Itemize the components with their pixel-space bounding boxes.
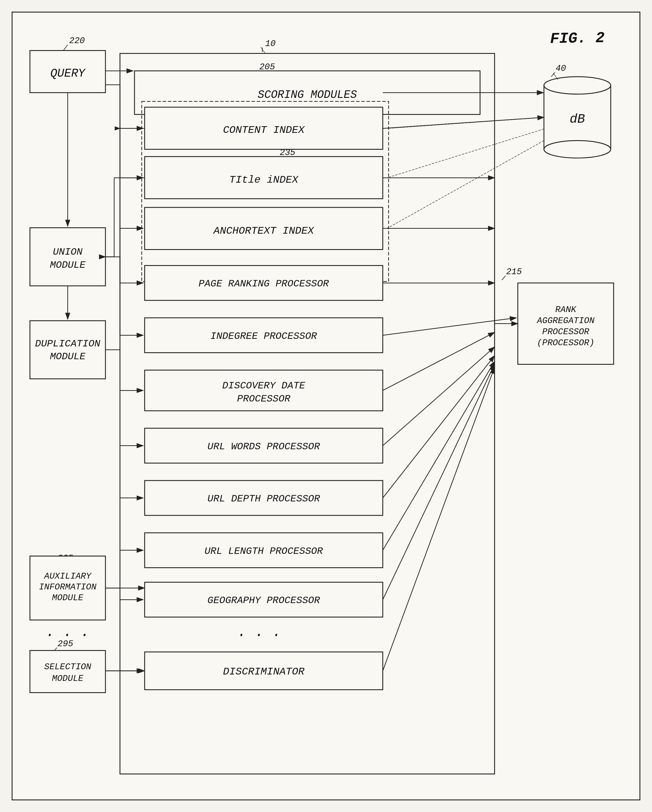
- svg-line-23: [236, 335, 240, 340]
- figure-label: FIG. 2: [550, 29, 605, 47]
- svg-text:250: 250: [73, 229, 89, 239]
- svg-rect-44: [120, 53, 495, 774]
- svg-text:URL DEPTH PROCESSOR: URL DEPTH PROCESSOR: [207, 493, 320, 504]
- svg-text:GEOGRAPHY PROCESSOR: GEOGRAPHY PROCESSOR: [207, 595, 320, 606]
- svg-text:210: 210: [73, 319, 89, 329]
- svg-rect-61: [145, 428, 383, 463]
- svg-text:240: 240: [229, 181, 245, 191]
- svg-text:AGGREGATION: AGGREGATION: [536, 316, 594, 326]
- svg-text:40: 40: [556, 64, 566, 73]
- svg-text:MODULE: MODULE: [52, 674, 84, 684]
- svg-text:220: 220: [69, 36, 85, 46]
- svg-rect-84: [30, 650, 105, 693]
- svg-line-29: [236, 491, 240, 495]
- svg-line-33: [236, 592, 240, 597]
- svg-line-126: [382, 367, 495, 671]
- svg-line-131: [387, 141, 544, 228]
- svg-rect-65: [145, 533, 383, 568]
- svg-line-125: [382, 364, 495, 600]
- svg-text:245: 245: [233, 229, 249, 239]
- svg-rect-80: [30, 556, 105, 620]
- svg-line-41: [53, 648, 57, 652]
- svg-text:270: 270: [241, 430, 256, 440]
- svg-text:205: 205: [259, 62, 275, 72]
- svg-line-5: [64, 44, 68, 50]
- svg-text:290: 290: [241, 652, 256, 662]
- svg-text:280: 280: [241, 534, 256, 544]
- svg-line-13: [224, 190, 228, 194]
- svg-text:295: 295: [58, 639, 73, 649]
- svg-line-116: [382, 118, 544, 128]
- svg-text:(PROCESSOR): (PROCESSOR): [537, 338, 594, 348]
- svg-text:. . .: . . .: [238, 624, 281, 640]
- svg-line-31: [236, 543, 240, 548]
- svg-rect-48: [145, 107, 383, 150]
- svg-text:235: 235: [280, 148, 295, 158]
- svg-text:CONTENT INDEX: CONTENT INDEX: [223, 124, 305, 136]
- svg-line-9: [336, 100, 340, 104]
- svg-text:UNION: UNION: [53, 246, 83, 258]
- svg-rect-77: [30, 321, 105, 379]
- svg-text:QUERY: QUERY: [50, 67, 86, 80]
- svg-text:DISCOVERY DATE: DISCOVERY DATE: [222, 380, 305, 391]
- svg-line-143: [553, 73, 558, 79]
- svg-point-93: [544, 76, 611, 94]
- svg-rect-74: [30, 228, 105, 286]
- svg-text:DISCRIMINATOR: DISCRIMINATOR: [223, 666, 305, 678]
- svg-line-122: [382, 347, 495, 446]
- svg-line-120: [382, 318, 516, 335]
- svg-text:INDEGREE PROCESSOR: INDEGREE PROCESSOR: [210, 331, 317, 342]
- svg-line-27: [236, 438, 240, 443]
- svg-line-11: [275, 156, 279, 161]
- svg-rect-45: [134, 71, 480, 114]
- svg-text:. . .: . . .: [46, 624, 90, 640]
- svg-text:DUPLICATION: DUPLICATION: [35, 338, 101, 350]
- svg-rect-52: [145, 208, 383, 250]
- svg-line-7: [255, 71, 259, 75]
- svg-rect-92: [544, 85, 611, 149]
- svg-text:265: 265: [241, 377, 256, 387]
- svg-line-15: [229, 238, 233, 243]
- svg-line-121: [382, 333, 495, 391]
- svg-text:230: 230: [341, 91, 356, 101]
- svg-text:MODULE: MODULE: [52, 593, 84, 603]
- svg-line-37: [502, 276, 506, 280]
- svg-line-21: [69, 328, 73, 333]
- diagram-container: FIG. 2 10 220 205 230 235 240 245: [12, 12, 640, 800]
- svg-point-94: [544, 141, 611, 158]
- svg-text:225: 225: [58, 553, 73, 563]
- svg-line-25: [236, 386, 240, 391]
- svg-text:255: 255: [239, 277, 255, 287]
- svg-rect-50: [145, 156, 383, 199]
- svg-text:ANCHORTEXT INDEX: ANCHORTEXT INDEX: [213, 225, 314, 237]
- svg-line-35: [236, 661, 240, 665]
- svg-text:10: 10: [265, 39, 276, 49]
- svg-text:dB: dB: [570, 112, 585, 127]
- svg-rect-67: [145, 582, 383, 617]
- svg-text:AUXILIARY: AUXILIARY: [44, 571, 92, 581]
- svg-rect-58: [145, 370, 383, 411]
- svg-text:SCORING MODULES: SCORING MODULES: [258, 89, 357, 101]
- svg-line-17: [235, 286, 239, 290]
- svg-rect-72: [30, 50, 105, 93]
- svg-line-142: [261, 47, 265, 53]
- svg-text:URL WORDS PROCESSOR: URL WORDS PROCESSOR: [207, 441, 320, 452]
- svg-line-39: [53, 562, 57, 566]
- svg-line-124: [382, 361, 495, 550]
- svg-text:215: 215: [506, 267, 522, 277]
- svg-text:PROCESSOR: PROCESSOR: [542, 327, 590, 337]
- svg-line-43: [551, 72, 555, 76]
- svg-text:MODULE: MODULE: [50, 259, 85, 271]
- svg-text:PROCESSOR: PROCESSOR: [237, 393, 291, 404]
- svg-line-123: [382, 356, 495, 498]
- svg-text:URL LENGTH PROCESSOR: URL LENGTH PROCESSOR: [204, 546, 323, 557]
- svg-text:285: 285: [241, 584, 256, 594]
- svg-rect-63: [145, 481, 383, 515]
- svg-text:PAGE RANKING PROCESSOR: PAGE RANKING PROCESSOR: [199, 278, 329, 289]
- svg-rect-56: [145, 318, 383, 353]
- svg-text:SELECTION: SELECTION: [44, 662, 91, 672]
- svg-text:INFORMATION: INFORMATION: [39, 582, 96, 592]
- svg-text:RANK: RANK: [555, 305, 577, 314]
- svg-rect-54: [145, 266, 383, 301]
- svg-line-130: [387, 129, 544, 178]
